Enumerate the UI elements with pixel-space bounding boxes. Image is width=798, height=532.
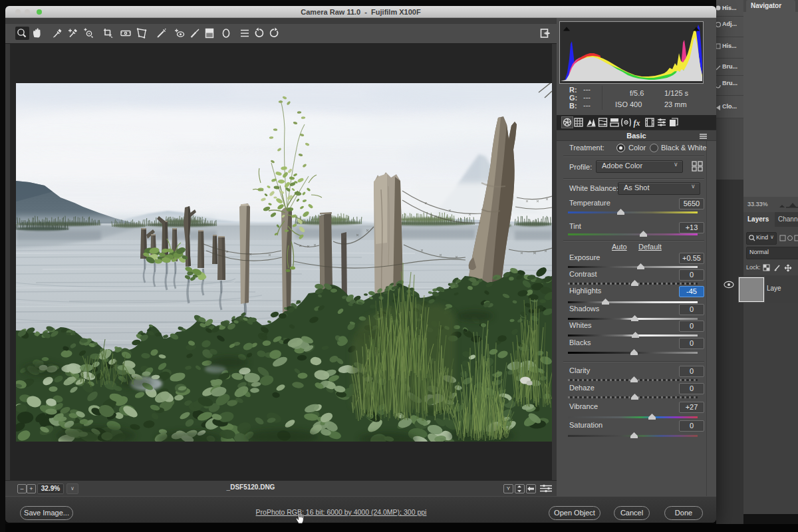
svg-text:fx: fx <box>634 118 640 128</box>
